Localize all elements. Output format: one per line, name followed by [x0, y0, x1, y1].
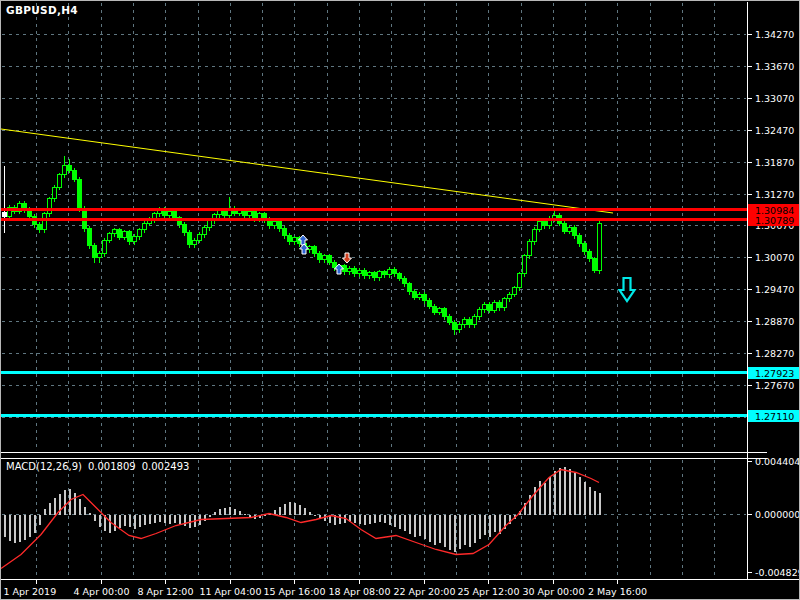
candle-body[interactable] [358, 271, 362, 274]
candle-body[interactable] [248, 212, 252, 216]
candle-body[interactable] [78, 180, 82, 209]
candle-body[interactable] [123, 232, 127, 238]
candle-body[interactable] [133, 237, 137, 242]
candle-body[interactable] [208, 221, 212, 228]
candle-body[interactable] [368, 273, 372, 276]
candle-body[interactable] [463, 320, 467, 325]
candle-body[interactable] [93, 246, 97, 258]
candle-body[interactable] [348, 269, 352, 272]
candle-body[interactable] [313, 247, 317, 254]
chart-canvas[interactable]: 1.342701.336701.330701.324701.318701.312… [1, 1, 799, 599]
candle-body[interactable] [493, 303, 497, 311]
candle-body[interactable] [593, 259, 597, 271]
candle-body[interactable] [73, 171, 77, 180]
candle-body[interactable] [598, 224, 602, 271]
candle-body[interactable] [418, 295, 422, 298]
candle-body[interactable] [243, 211, 247, 216]
candle-body[interactable] [293, 238, 297, 242]
candle-body[interactable] [203, 228, 207, 235]
candle-body[interactable] [108, 234, 112, 241]
candle-body[interactable] [218, 211, 222, 215]
candle-body[interactable] [413, 292, 417, 298]
candle-body[interactable] [113, 230, 117, 234]
candle-body[interactable] [118, 230, 122, 238]
candle-body[interactable] [383, 272, 387, 275]
candle-body[interactable] [353, 269, 357, 274]
candle-body[interactable] [53, 188, 57, 199]
macd-axis[interactable]: 0.0044040.000000-0.004829 [747, 456, 799, 578]
candle-body[interactable] [448, 317, 452, 323]
candle-body[interactable] [143, 224, 147, 230]
candle-body[interactable] [363, 271, 367, 276]
candle-body[interactable] [3, 213, 7, 217]
candle-body[interactable] [433, 307, 437, 313]
candle-body[interactable] [543, 222, 547, 226]
candle-body[interactable] [438, 309, 442, 313]
candle-body[interactable] [533, 230, 537, 242]
candle-body[interactable] [68, 166, 72, 171]
candle-body[interactable] [513, 288, 517, 295]
candle-body[interactable] [63, 166, 67, 175]
candle-body[interactable] [128, 232, 132, 242]
candle-body[interactable] [498, 303, 502, 308]
candle-body[interactable] [278, 222, 282, 229]
candle-body[interactable] [588, 252, 592, 259]
candle-body[interactable] [88, 229, 92, 246]
candle-body[interactable] [323, 256, 327, 260]
candle-body[interactable] [328, 256, 332, 263]
candle-body[interactable] [198, 235, 202, 241]
candle-body[interactable] [378, 272, 382, 278]
candle-body[interactable] [563, 224, 567, 232]
candle-body[interactable] [193, 241, 197, 245]
price-axis-label: 1.31270 [755, 189, 794, 200]
big-down-arrow-icon[interactable] [620, 278, 635, 301]
candle-body[interactable] [468, 320, 472, 325]
candle-body[interactable] [168, 212, 172, 216]
candle-body[interactable] [408, 284, 412, 292]
candle-body[interactable] [318, 254, 322, 260]
candle-body[interactable] [173, 212, 177, 218]
candle-body[interactable] [188, 233, 192, 245]
sell-arrow-icon[interactable] [343, 253, 352, 263]
candle-body[interactable] [528, 242, 532, 256]
candle-body[interactable] [283, 229, 287, 236]
candle-body[interactable] [183, 225, 187, 233]
candle-body[interactable] [103, 241, 107, 254]
candle-body[interactable] [523, 256, 527, 274]
time-axis[interactable]: 1 Apr 20194 Apr 00:008 Apr 12:0011 Apr 0… [4, 580, 648, 597]
candle-body[interactable] [518, 274, 522, 288]
candle-body[interactable] [98, 254, 102, 258]
candle-body[interactable] [223, 211, 227, 216]
candle-body[interactable] [138, 230, 142, 237]
candle-body[interactable] [43, 214, 47, 230]
candle-body[interactable] [483, 305, 487, 310]
candle-body[interactable] [48, 199, 52, 214]
candle-body[interactable] [38, 225, 42, 230]
candle-body[interactable] [568, 228, 572, 232]
candle-body[interactable] [573, 228, 577, 236]
candle-body[interactable] [488, 305, 492, 311]
candle-body[interactable] [503, 299, 507, 308]
candle-body[interactable] [478, 310, 482, 317]
candle-body[interactable] [288, 236, 292, 242]
candle-body[interactable] [273, 222, 277, 226]
candle-body[interactable] [538, 222, 542, 230]
candle-body[interactable] [388, 270, 392, 275]
candle-body[interactable] [578, 236, 582, 244]
candle-body[interactable] [458, 325, 462, 330]
candle-body[interactable] [58, 175, 62, 188]
candle-body[interactable] [373, 273, 377, 278]
candle-body[interactable] [393, 270, 397, 274]
candle-body[interactable] [453, 323, 457, 330]
candle-body[interactable] [428, 301, 432, 307]
candle-body[interactable] [253, 212, 257, 219]
candle-body[interactable] [258, 214, 262, 219]
candle-body[interactable] [508, 295, 512, 299]
candle-body[interactable] [583, 244, 587, 252]
price-axis[interactable]: 1.342701.336701.330701.324701.318701.312… [747, 29, 799, 422]
candle-body[interactable] [473, 317, 477, 325]
candle-body[interactable] [403, 279, 407, 284]
candle-body[interactable] [423, 295, 427, 301]
candle-body[interactable] [443, 309, 447, 317]
candle-body[interactable] [398, 274, 402, 279]
